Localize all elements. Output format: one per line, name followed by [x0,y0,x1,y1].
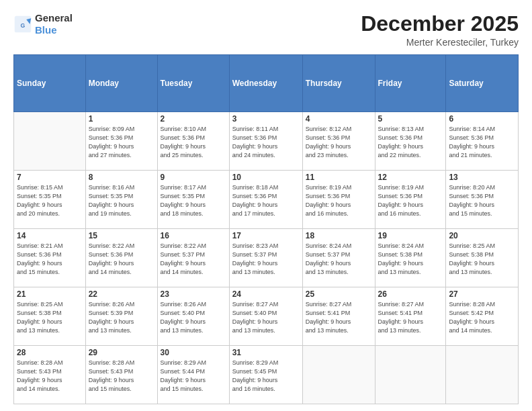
day-number: 22 [89,289,154,299]
week-row-1: 7Sunrise: 8:15 AM Sunset: 5:35 PM Daylig… [14,171,519,229]
day-number: 15 [89,231,154,240]
day-info: Sunrise: 8:12 AM Sunset: 5:36 PM Dayligh… [306,125,372,160]
table-row: 13Sunrise: 8:20 AM Sunset: 5:36 PM Dayli… [446,171,519,229]
day-number: 20 [449,231,515,240]
day-info: Sunrise: 8:20 AM Sunset: 5:36 PM Dayligh… [449,183,515,218]
table-row: 10Sunrise: 8:18 AM Sunset: 5:36 PM Dayli… [229,171,302,229]
table-row [14,112,86,171]
header-monday: Monday [85,55,157,112]
page: G General Blue December 2025 Merter Kere… [0,0,532,411]
day-info: Sunrise: 8:09 AM Sunset: 5:36 PM Dayligh… [89,125,154,160]
day-number: 28 [17,348,83,357]
day-info: Sunrise: 8:14 AM Sunset: 5:36 PM Dayligh… [449,125,515,160]
day-number: 18 [306,231,372,240]
day-info: Sunrise: 8:25 AM Sunset: 5:38 PM Dayligh… [449,242,515,277]
day-number: 19 [378,231,443,240]
day-info: Sunrise: 8:24 AM Sunset: 5:38 PM Dayligh… [378,242,443,277]
table-row: 19Sunrise: 8:24 AM Sunset: 5:38 PM Dayli… [375,229,446,287]
day-info: Sunrise: 8:13 AM Sunset: 5:36 PM Dayligh… [378,125,443,160]
day-info: Sunrise: 8:10 AM Sunset: 5:36 PM Dayligh… [161,125,226,160]
table-row: 27Sunrise: 8:28 AM Sunset: 5:42 PM Dayli… [446,287,519,346]
table-row: 31Sunrise: 8:29 AM Sunset: 5:45 PM Dayli… [229,346,302,404]
day-info: Sunrise: 8:19 AM Sunset: 5:36 PM Dayligh… [378,183,443,218]
table-row: 11Sunrise: 8:19 AM Sunset: 5:36 PM Dayli… [302,171,375,229]
day-number: 26 [378,289,443,299]
day-number: 4 [306,114,372,124]
day-number: 24 [232,289,300,299]
header-sunday: Sunday [14,55,86,112]
table-row [375,346,446,404]
table-row: 22Sunrise: 8:26 AM Sunset: 5:39 PM Dayli… [85,287,157,346]
svg-text:G: G [21,22,26,29]
week-row-2: 14Sunrise: 8:21 AM Sunset: 5:36 PM Dayli… [14,229,519,287]
week-row-0: 1Sunrise: 8:09 AM Sunset: 5:36 PM Daylig… [14,112,519,171]
day-number: 6 [449,114,515,124]
day-number: 2 [161,114,226,124]
day-number: 17 [232,231,300,240]
table-row: 7Sunrise: 8:15 AM Sunset: 5:35 PM Daylig… [14,171,86,229]
day-number: 12 [378,173,443,182]
day-info: Sunrise: 8:19 AM Sunset: 5:36 PM Dayligh… [306,183,372,218]
table-row: 16Sunrise: 8:22 AM Sunset: 5:37 PM Dayli… [157,229,229,287]
day-number: 1 [89,114,154,124]
day-number: 11 [306,173,372,182]
day-info: Sunrise: 8:28 AM Sunset: 5:43 PM Dayligh… [89,359,154,394]
table-row: 23Sunrise: 8:26 AM Sunset: 5:40 PM Dayli… [157,287,229,346]
table-row: 25Sunrise: 8:27 AM Sunset: 5:41 PM Dayli… [302,287,375,346]
table-row: 17Sunrise: 8:23 AM Sunset: 5:37 PM Dayli… [229,229,302,287]
table-row: 8Sunrise: 8:16 AM Sunset: 5:35 PM Daylig… [85,171,157,229]
table-row: 9Sunrise: 8:17 AM Sunset: 5:35 PM Daylig… [157,171,229,229]
table-row [302,346,375,404]
day-number: 31 [232,348,300,357]
day-number: 5 [378,114,443,124]
day-info: Sunrise: 8:26 AM Sunset: 5:39 PM Dayligh… [89,300,154,335]
header-friday: Friday [375,55,446,112]
table-row: 20Sunrise: 8:25 AM Sunset: 5:38 PM Dayli… [446,229,519,287]
table-row [446,346,519,404]
day-number: 7 [17,173,83,182]
table-row: 18Sunrise: 8:24 AM Sunset: 5:37 PM Dayli… [302,229,375,287]
week-row-4: 28Sunrise: 8:28 AM Sunset: 5:43 PM Dayli… [14,346,519,404]
day-number: 14 [17,231,83,240]
table-row: 6Sunrise: 8:14 AM Sunset: 5:36 PM Daylig… [446,112,519,171]
day-number: 21 [17,289,83,299]
day-number: 30 [161,348,226,357]
table-row: 21Sunrise: 8:25 AM Sunset: 5:38 PM Dayli… [14,287,86,346]
day-info: Sunrise: 8:21 AM Sunset: 5:36 PM Dayligh… [17,242,83,277]
day-info: Sunrise: 8:15 AM Sunset: 5:35 PM Dayligh… [17,183,83,218]
day-info: Sunrise: 8:22 AM Sunset: 5:37 PM Dayligh… [161,242,226,277]
day-info: Sunrise: 8:27 AM Sunset: 5:40 PM Dayligh… [232,300,300,335]
day-info: Sunrise: 8:25 AM Sunset: 5:38 PM Dayligh… [17,300,83,335]
day-number: 9 [161,173,226,182]
table-row: 4Sunrise: 8:12 AM Sunset: 5:36 PM Daylig… [302,112,375,171]
day-info: Sunrise: 8:18 AM Sunset: 5:36 PM Dayligh… [232,183,300,218]
logo: G General Blue [13,12,73,36]
week-row-3: 21Sunrise: 8:25 AM Sunset: 5:38 PM Dayli… [14,287,519,346]
day-number: 25 [306,289,372,299]
day-info: Sunrise: 8:28 AM Sunset: 5:43 PM Dayligh… [17,359,83,394]
logo-icon: G [13,15,32,34]
day-number: 10 [232,173,300,182]
day-info: Sunrise: 8:29 AM Sunset: 5:45 PM Dayligh… [232,359,300,394]
table-row: 24Sunrise: 8:27 AM Sunset: 5:40 PM Dayli… [229,287,302,346]
table-row: 3Sunrise: 8:11 AM Sunset: 5:36 PM Daylig… [229,112,302,171]
table-row: 1Sunrise: 8:09 AM Sunset: 5:36 PM Daylig… [85,112,157,171]
header-thursday: Thursday [302,55,375,112]
table-row: 14Sunrise: 8:21 AM Sunset: 5:36 PM Dayli… [14,229,86,287]
day-number: 23 [161,289,226,299]
header-wednesday: Wednesday [229,55,302,112]
table-row: 12Sunrise: 8:19 AM Sunset: 5:36 PM Dayli… [375,171,446,229]
day-info: Sunrise: 8:27 AM Sunset: 5:41 PM Dayligh… [306,300,372,335]
calendar-body: 1Sunrise: 8:09 AM Sunset: 5:36 PM Daylig… [14,112,519,404]
day-info: Sunrise: 8:26 AM Sunset: 5:40 PM Dayligh… [161,300,226,335]
table-row: 15Sunrise: 8:22 AM Sunset: 5:36 PM Dayli… [85,229,157,287]
day-number: 13 [449,173,515,182]
calendar-table: Sunday Monday Tuesday Wednesday Thursday… [13,54,519,404]
day-number: 8 [89,173,154,182]
day-number: 29 [89,348,154,357]
calendar-header-row: Sunday Monday Tuesday Wednesday Thursday… [14,55,519,112]
location-title: Merter Keresteciler, Turkey [361,37,519,48]
day-info: Sunrise: 8:16 AM Sunset: 5:35 PM Dayligh… [89,183,154,218]
table-row: 29Sunrise: 8:28 AM Sunset: 5:43 PM Dayli… [85,346,157,404]
day-info: Sunrise: 8:22 AM Sunset: 5:36 PM Dayligh… [89,242,154,277]
